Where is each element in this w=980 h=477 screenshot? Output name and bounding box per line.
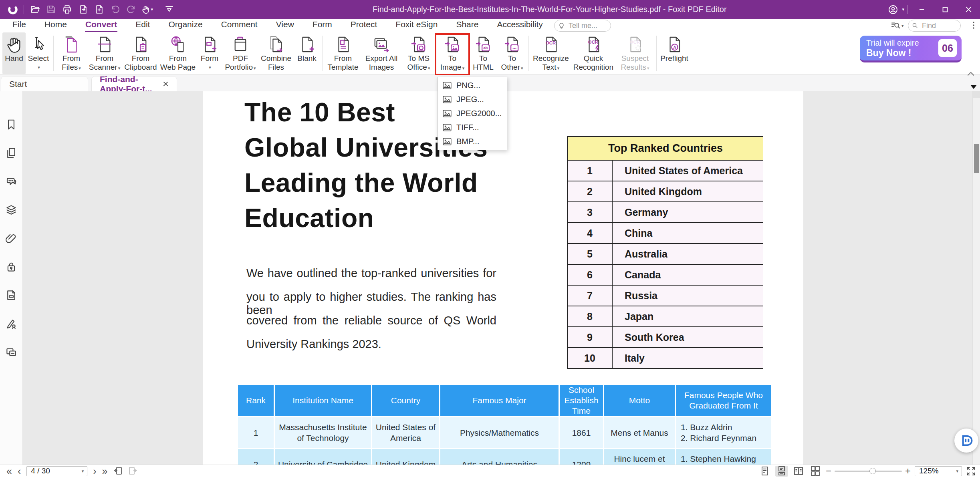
tab-start[interactable]: Start: [1, 76, 88, 91]
panel-bookmarks-icon[interactable]: [5, 119, 17, 131]
facing-view-icon[interactable]: [792, 466, 805, 477]
menu-item-jpeg[interactable]: JPEG...: [438, 93, 507, 107]
previous-page-button[interactable]: ‹: [18, 466, 21, 476]
panel-form-fields-icon[interactable]: [5, 289, 17, 301]
collapse-ribbon-icon[interactable]: [966, 71, 975, 76]
ai-assistant-button[interactable]: [954, 429, 978, 453]
zoom-in-button[interactable]: +: [905, 465, 911, 477]
account-icon[interactable]: [887, 4, 899, 16]
minimize-button[interactable]: [910, 0, 934, 19]
universities-header-cell: Motto: [604, 385, 675, 416]
last-page-button[interactable]: »: [102, 466, 108, 476]
ribbon-preflight-button[interactable]: APreflight: [659, 32, 690, 74]
maximize-button[interactable]: [934, 0, 957, 19]
ribbon-to-image-button[interactable]: ToImage▾: [436, 32, 469, 74]
account-caret-icon[interactable]: ▾: [902, 7, 904, 12]
panel-pages-icon[interactable]: [5, 147, 17, 159]
next-page-button[interactable]: ›: [93, 466, 96, 476]
ribbon-from-template-button[interactable]: FromTemplate: [325, 32, 361, 74]
ribbon-to-ms-office-button[interactable]: To MSOffice▾: [401, 32, 436, 74]
zoom-out-button[interactable]: −: [826, 465, 831, 477]
save-icon[interactable]: [45, 4, 57, 16]
single-page-view-icon[interactable]: [758, 466, 771, 477]
menu-edit[interactable]: Edit: [126, 19, 159, 32]
ribbon-hand-button[interactable]: Hand: [2, 32, 26, 74]
panel-attachments-icon[interactable]: [5, 232, 17, 244]
scrollbar-thumb[interactable]: [974, 144, 979, 173]
menu-convert[interactable]: Convert: [76, 19, 126, 32]
close-tab-icon[interactable]: [163, 81, 169, 87]
undo-icon[interactable]: [109, 4, 121, 16]
fullscreen-icon[interactable]: [966, 466, 976, 476]
menu-item-jpeg2000[interactable]: JPEG2000...: [438, 107, 507, 121]
export-pdf-icon[interactable]: [77, 4, 89, 16]
ribbon-blank-button[interactable]: Blank: [294, 32, 320, 74]
tab-document[interactable]: Find-and-Apply-For-t...: [91, 76, 177, 91]
menu-item-png[interactable]: PNG...: [438, 78, 507, 93]
window-title: Find-and-Apply-For-the-Best-Institutes-I…: [373, 5, 693, 14]
create-pdf-icon[interactable]: [93, 4, 105, 16]
first-page-button[interactable]: «: [6, 466, 12, 476]
next-view-button[interactable]: [128, 466, 138, 476]
panel-linked-windows-icon[interactable]: [5, 346, 17, 358]
zoom-slider[interactable]: [835, 471, 902, 472]
menu-comment[interactable]: Comment: [212, 19, 267, 32]
menu-form[interactable]: Form: [303, 19, 341, 32]
ribbon-to-html-button[interactable]: </>ToHTML: [469, 32, 498, 74]
trial-banner[interactable]: Trial will expire Buy Now ! 06: [860, 36, 962, 62]
tell-me-search[interactable]: [554, 20, 611, 32]
ribbon-pdf-portfolio-button[interactable]: PDFPortfolio▾: [222, 32, 258, 74]
ribbon-to-other-button[interactable]: ...ToOther▾: [498, 32, 526, 74]
previous-view-button[interactable]: [113, 466, 123, 476]
ribbon-export-all-images-button[interactable]: Export AllImages: [361, 32, 401, 74]
find-input[interactable]: [921, 21, 955, 30]
menu-file[interactable]: File: [3, 19, 35, 32]
ribbon-suspect-results-button[interactable]: OCRSuspectResults▾: [616, 32, 654, 74]
countries-rank-cell: 3: [568, 202, 612, 222]
panel-security-icon[interactable]: [5, 261, 17, 273]
ribbon-quick-recognition-button[interactable]: OCRQuickRecognition: [571, 32, 616, 74]
facing-continuous-view-icon[interactable]: [809, 466, 822, 477]
tab-overflow-icon[interactable]: [970, 85, 977, 89]
close-button[interactable]: [957, 0, 980, 19]
ribbon-from-files-button[interactable]: FromFiles▾: [56, 32, 87, 74]
menu-share[interactable]: Share: [447, 19, 488, 32]
continuous-view-icon[interactable]: [775, 466, 788, 477]
page-number-select[interactable]: 4 / 30▾: [26, 466, 87, 476]
tell-me-input[interactable]: [568, 21, 601, 30]
ribbon-select-button[interactable]: Select▾: [26, 32, 51, 74]
menu-item-bmp[interactable]: BMP...: [438, 135, 507, 149]
zoom-level-select[interactable]: 125%▾: [915, 466, 962, 476]
buy-now-text[interactable]: Buy Now !: [866, 48, 938, 58]
zoom-slider-thumb[interactable]: [869, 468, 876, 474]
ribbon-from-web-page-button[interactable]: FromWeb Page: [159, 32, 197, 74]
find-search[interactable]: [908, 20, 961, 32]
more-options-icon[interactable]: [970, 21, 978, 30]
redo-icon[interactable]: [125, 4, 137, 16]
vertical-scrollbar[interactable]: [972, 91, 980, 465]
panel-signatures-icon[interactable]: [5, 318, 17, 330]
trial-expire-text: Trial will expire: [866, 38, 938, 48]
ribbon-combine-files-button[interactable]: CombineFiles: [258, 32, 294, 74]
advanced-search-icon[interactable]: ▾: [890, 20, 904, 31]
countries-name-cell: Russia: [613, 286, 763, 306]
scanner-icon: [97, 35, 112, 54]
customize-toolbar-icon[interactable]: [163, 4, 175, 16]
to-image-icon: [445, 35, 460, 54]
open-icon[interactable]: [29, 4, 41, 16]
menu-accessibility[interactable]: Accessibility: [488, 19, 552, 32]
ribbon-from-scanner-button[interactable]: FromScanner▾: [87, 32, 122, 74]
menu-protect[interactable]: Protect: [341, 19, 387, 32]
menu-home[interactable]: Home: [35, 19, 76, 32]
menu-view[interactable]: View: [267, 19, 303, 32]
panel-layers-icon[interactable]: [5, 204, 17, 216]
ribbon-from-clipboard-button[interactable]: FromClipboard: [122, 32, 159, 74]
ribbon-form-button[interactable]: Form▾: [197, 32, 222, 74]
hand-tool-icon[interactable]: ▾: [141, 4, 153, 16]
ribbon-recognize-text-button[interactable]: OCRRecognizeText▾: [531, 32, 571, 74]
panel-comments-icon[interactable]: [5, 175, 17, 187]
print-icon[interactable]: [61, 4, 73, 16]
menu-organize[interactable]: Organize: [159, 19, 212, 32]
menu-foxit-esign[interactable]: Foxit eSign: [386, 19, 447, 32]
menu-item-tiff[interactable]: TIFF...: [438, 121, 507, 135]
